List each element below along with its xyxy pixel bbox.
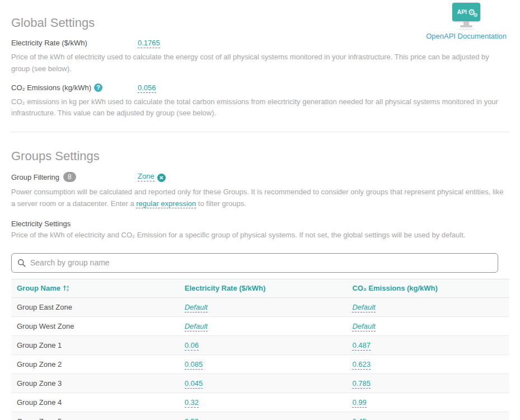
search-icon <box>17 259 26 267</box>
group-name-cell: Group Zone 1 <box>11 335 179 354</box>
rate-link[interactable]: 0.59 <box>185 417 199 420</box>
sort-alpha-icon[interactable]: AZ <box>63 284 70 292</box>
table-row: Group Zone 5 0.59 0.45 <box>11 412 509 420</box>
group-filtering-row: Group Filtering 8 Zone✕ <box>11 172 509 182</box>
monitor-shadow <box>457 29 476 30</box>
rate-link[interactable]: Default <box>185 322 208 332</box>
search-input[interactable] <box>30 258 492 267</box>
co2-emissions-row: CO₂ Emissions (kg/kWh) ? 0.056 <box>11 83 509 92</box>
group-name-cell: Group Zone 3 <box>11 374 179 393</box>
group-search-box <box>11 253 498 273</box>
api-icon-label: API <box>457 9 467 15</box>
co2-link[interactable]: Default <box>352 303 375 312</box>
table-row: Group Zone 4 0.32 0.99 <box>11 393 509 412</box>
rate-link[interactable]: 0.045 <box>185 379 203 389</box>
group-table-body: Group East Zone Default Default Group We… <box>11 297 509 420</box>
electricity-rate-value[interactable]: 0.1765 <box>138 39 160 48</box>
table-row: Group Zone 3 0.045 0.785 <box>11 374 509 393</box>
groups-settings-title: Groups Settings <box>11 132 509 164</box>
api-screen-icon: API ⚙⚙ <box>452 3 480 21</box>
monitor-base <box>460 25 472 27</box>
group-filtering-description: Power consumption will be calculated and… <box>11 186 509 210</box>
rate-link[interactable]: Default <box>185 303 208 312</box>
column-header-co2-emissions[interactable]: CO₂ Emissions (kg/kWh) <box>346 279 509 297</box>
gear-icon: ⚙⚙ <box>468 8 475 17</box>
api-monitor-icon: API ⚙⚙ <box>450 3 482 30</box>
table-row: Group West Zone Default Default <box>11 316 509 335</box>
group-filter-value[interactable]: Zone <box>138 172 154 181</box>
help-icon[interactable]: ? <box>94 83 102 92</box>
group-name-cell: Group Zone 5 <box>11 412 179 420</box>
co2-link[interactable]: 0.623 <box>352 360 371 370</box>
co2-link[interactable]: 0.785 <box>352 379 371 389</box>
electricity-settings-description: Price of the kWh of electricity and CO₂ … <box>11 230 509 241</box>
rate-link[interactable]: 0.06 <box>185 341 199 351</box>
table-row: Group Zone 1 0.06 0.487 <box>11 335 509 354</box>
co2-emissions-label: CO₂ Emissions (kg/kWh) ? <box>11 83 138 92</box>
group-filtering-label: Group Filtering 8 <box>11 172 138 182</box>
group-filtering-label-text: Group Filtering <box>11 173 59 181</box>
svg-text:Z: Z <box>67 288 69 292</box>
group-name-cell: Group Zone 2 <box>11 354 179 374</box>
co2-emissions-value[interactable]: 0.056 <box>138 83 156 93</box>
monitor-stand <box>463 21 469 25</box>
rate-link[interactable]: 0.085 <box>185 360 203 370</box>
group-name-cell: Group West Zone <box>11 316 179 335</box>
electricity-rate-description: Price of the kWh of electricity used to … <box>11 52 509 75</box>
openapi-documentation[interactable]: API ⚙⚙ OpenAPI Documentation <box>426 3 507 40</box>
table-row: Group East Zone Default Default <box>11 297 509 316</box>
group-name-cell: Group East Zone <box>11 297 179 316</box>
table-row: Group Zone 2 0.085 0.623 <box>11 354 509 374</box>
regular-expression-link[interactable]: regular expression <box>136 199 196 208</box>
groups-table: Group NameAZ Electricity Rate ($/kWh) CO… <box>11 279 509 420</box>
rate-link[interactable]: 0.32 <box>185 398 199 408</box>
electricity-rate-label: Electricity Rate ($/kWh) <box>11 39 138 47</box>
settings-page: API ⚙⚙ OpenAPI Documentation Global Sett… <box>0 0 520 420</box>
co2-link[interactable]: 0.45 <box>352 417 366 420</box>
co2-link[interactable]: Default <box>352 322 375 332</box>
electricity-settings-label: Electricity Settings <box>11 220 509 228</box>
co2-emissions-description: CO₂ emissions in kg per kWh used to calc… <box>11 96 509 120</box>
co2-link[interactable]: 0.487 <box>352 341 371 351</box>
column-header-electricity-rate[interactable]: Electricity Rate ($/kWh) <box>179 279 347 297</box>
group-count-badge: 8 <box>63 172 76 182</box>
column-header-group-name[interactable]: Group NameAZ <box>11 279 179 297</box>
group-name-cell: Group Zone 4 <box>11 393 179 412</box>
co2-emissions-label-text: CO₂ Emissions (kg/kWh) <box>11 83 91 92</box>
openapi-documentation-link[interactable]: OpenAPI Documentation <box>426 32 507 40</box>
remove-filter-icon[interactable]: ✕ <box>157 174 166 182</box>
table-header-row: Group NameAZ Electricity Rate ($/kWh) CO… <box>11 279 509 297</box>
svg-text:A: A <box>67 285 69 288</box>
co2-link[interactable]: 0.99 <box>352 398 366 408</box>
